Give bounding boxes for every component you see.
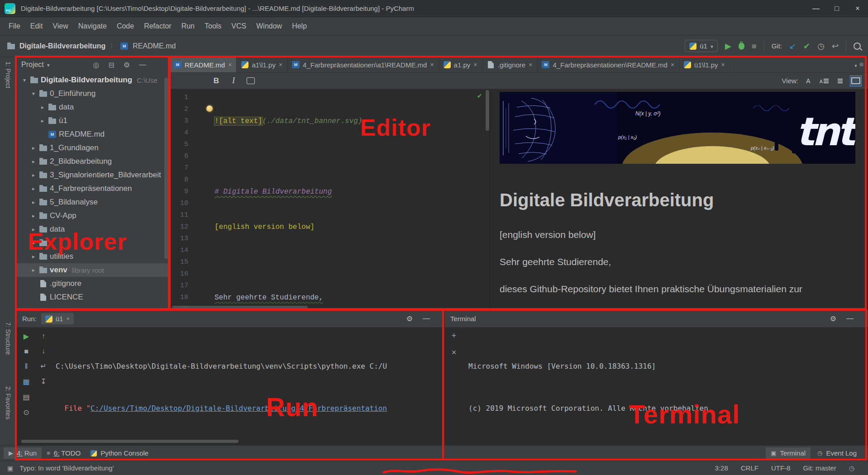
- close-button[interactable]: ×: [847, 0, 868, 17]
- chevron-right-icon[interactable]: [30, 172, 37, 178]
- tree-item-root[interactable]: Digitale-BildverarbeitungC:\Use: [17, 73, 169, 87]
- insert-table-icon[interactable]: [244, 75, 257, 87]
- tree-item[interactable]: [17, 236, 169, 250]
- close-icon[interactable]: [430, 61, 434, 68]
- maximize-button[interactable]: □: [826, 0, 847, 17]
- gear-icon[interactable]: ⚙: [124, 61, 130, 69]
- toolwindow-switcher-icon[interactable]: ▣: [7, 465, 13, 472]
- run-tab[interactable]: ü1: [41, 313, 74, 324]
- chevron-down-icon[interactable]: [21, 77, 28, 83]
- git-history-button[interactable]: ◷: [817, 42, 825, 50]
- menu-item[interactable]: Tools: [200, 22, 226, 30]
- git-rollback-button[interactable]: ↩: [832, 42, 839, 50]
- hide-panel-icon[interactable]: —: [139, 61, 146, 69]
- editor-tab[interactable]: README.md: [169, 57, 237, 72]
- tree-item[interactable]: utilities: [17, 250, 169, 263]
- close-session-icon[interactable]: ×: [452, 348, 457, 357]
- tree-item[interactable]: 0_Einführung: [17, 87, 169, 100]
- file-encoding[interactable]: UTF-8: [771, 464, 791, 472]
- prev-trace-button[interactable]: ↑: [42, 332, 45, 340]
- toolwindow-python-console-button[interactable]: Python Console: [86, 447, 153, 459]
- tool-strip-project[interactable]: 1: Project: [5, 62, 12, 88]
- restore-layout-button[interactable]: ▦: [23, 377, 29, 386]
- stop-button[interactable]: ■: [752, 42, 757, 50]
- gear-icon[interactable]: ⚙: [830, 314, 836, 323]
- tab-list-icon[interactable]: [859, 61, 863, 69]
- project-panel-title[interactable]: Project: [21, 61, 44, 69]
- tree-item[interactable]: data: [17, 223, 169, 236]
- breadcrumb-project[interactable]: Digitale-Bildverarbeitung: [19, 42, 105, 50]
- tree-item[interactable]: 5_Bildanalyse: [17, 195, 169, 209]
- scroll-to-end-button[interactable]: ↧: [40, 377, 46, 386]
- bold-button[interactable]: B: [210, 75, 223, 87]
- pause-output-button[interactable]: ‖: [25, 362, 28, 370]
- git-update-button[interactable]: ↙: [789, 42, 796, 50]
- toolwindow-todo-button[interactable]: ≡ 6: TODO: [42, 447, 86, 459]
- line-separator[interactable]: CRLF: [741, 464, 758, 472]
- stop-button[interactable]: ■: [24, 347, 29, 356]
- editor-tab[interactable]: a1\l1.py: [237, 57, 287, 72]
- editor-tab[interactable]: 4_Farbrepräsentationen\a1\README.md: [287, 57, 439, 72]
- console-horizontal-scrollbar[interactable]: [21, 440, 238, 443]
- lightbulb-icon[interactable]: [206, 105, 213, 112]
- close-icon[interactable]: [721, 61, 725, 68]
- chevron-right-icon[interactable]: [30, 145, 37, 151]
- rerun-button[interactable]: ▶: [24, 332, 29, 341]
- view-preview-only-button[interactable]: [834, 76, 846, 86]
- close-icon[interactable]: [671, 61, 674, 68]
- tree-item[interactable]: data: [17, 100, 169, 114]
- breadcrumb-file[interactable]: README.md: [133, 42, 176, 50]
- editor-source-pane[interactable]: 12345678910111213141516171819 ![alt text…: [169, 89, 490, 310]
- tree-item[interactable]: LICENCE: [17, 290, 169, 304]
- git-branch[interactable]: Git: master: [803, 464, 836, 472]
- terminal-title[interactable]: Terminal: [450, 315, 476, 323]
- menu-item[interactable]: Refactor: [139, 22, 176, 30]
- chevron-right-icon[interactable]: [30, 199, 37, 205]
- chevron-right-icon[interactable]: [39, 104, 46, 110]
- menu-item[interactable]: Navigate: [73, 22, 112, 30]
- tree-item[interactable]: CV-App: [17, 209, 169, 223]
- chevron-right-icon[interactable]: [30, 185, 37, 192]
- tree-item-selected[interactable]: venvlibrary root: [17, 263, 169, 277]
- caret-position[interactable]: 3:28: [715, 464, 728, 472]
- menu-item[interactable]: VCS: [226, 22, 251, 30]
- close-icon[interactable]: [279, 61, 282, 68]
- editor-horizontal-scrollbar[interactable]: [172, 306, 308, 309]
- toolwindow-terminal-button[interactable]: ▣ Terminal: [766, 447, 811, 459]
- toolwindow-run-button[interactable]: ▶ 4: Run: [4, 447, 42, 459]
- view-layout-button[interactable]: [850, 76, 862, 86]
- menu-item[interactable]: Code: [112, 22, 139, 30]
- chevron-right-icon[interactable]: [30, 213, 37, 219]
- gear-icon[interactable]: ⚙: [406, 314, 413, 323]
- soft-wrap-button[interactable]: ↵: [40, 362, 46, 370]
- indicator-icon[interactable]: ◷: [849, 465, 854, 472]
- close-icon[interactable]: [228, 61, 232, 68]
- tool-strip-favorites[interactable]: 2: Favorites: [5, 386, 12, 419]
- chevron-down-icon[interactable]: [854, 61, 857, 69]
- search-icon[interactable]: [854, 43, 861, 50]
- chevron-right-icon[interactable]: [30, 267, 37, 273]
- collapse-all-icon[interactable]: ⊟: [108, 61, 114, 69]
- tree-item[interactable]: 4_Farbrepräsentationen: [17, 182, 169, 195]
- locate-file-icon[interactable]: ◎: [93, 61, 99, 69]
- chevron-down-icon[interactable]: [30, 90, 37, 97]
- menu-item[interactable]: File: [4, 22, 25, 30]
- chevron-right-icon[interactable]: [30, 240, 37, 246]
- editor-tab[interactable]: .gitignore: [482, 57, 538, 72]
- editor-vertical-scrollbar[interactable]: [486, 90, 489, 131]
- tree-item[interactable]: 2_Bildbearbeitung: [17, 155, 169, 168]
- close-icon[interactable]: [66, 315, 70, 322]
- inspections-ok-icon[interactable]: ✔: [477, 92, 482, 100]
- view-editor-only-button[interactable]: A: [802, 76, 814, 86]
- italic-button[interactable]: I: [227, 75, 240, 87]
- tree-item[interactable]: 1_Grundlagen: [17, 141, 169, 155]
- editor-tab[interactable]: ü1\l1.py: [679, 57, 730, 72]
- menu-item[interactable]: Window: [251, 22, 287, 30]
- tree-item[interactable]: .gitignore: [17, 277, 169, 290]
- hide-panel-icon[interactable]: —: [423, 314, 430, 323]
- chevron-right-icon[interactable]: [39, 118, 46, 124]
- editor-tab[interactable]: 4_Farbrepräsentationen\README.md: [537, 57, 679, 72]
- menu-item[interactable]: Edit: [25, 22, 48, 30]
- chevron-down-icon[interactable]: [47, 61, 50, 69]
- menu-item[interactable]: Help: [287, 22, 312, 30]
